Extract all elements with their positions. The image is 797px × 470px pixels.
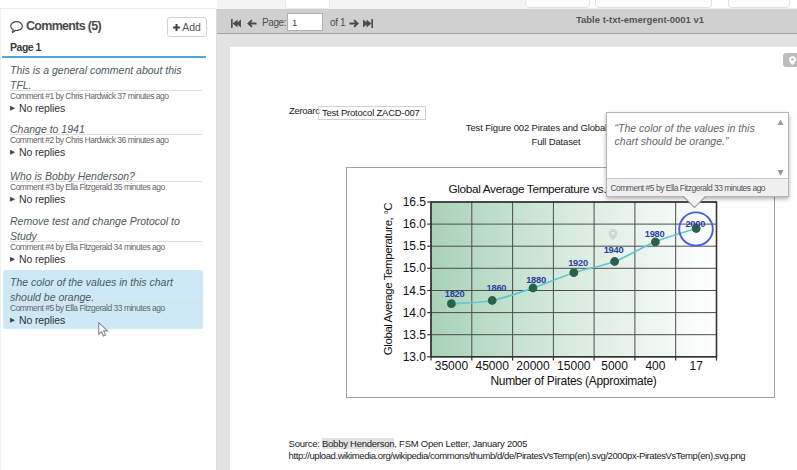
svg-text:Number of Pirates (Approximate: Number of Pirates (Approximate) [490,374,656,388]
svg-text:1940: 1940 [604,245,624,255]
svg-text:Global Average Temperature, °C: Global Average Temperature, °C [382,203,394,355]
svg-text:14.0: 14.0 [403,306,427,320]
svg-text:1880: 1880 [526,275,546,285]
svg-text:13.5: 13.5 [403,328,427,342]
svg-text:16.0: 16.0 [403,217,427,231]
svg-text:1820: 1820 [445,289,465,299]
svg-text:15.0: 15.0 [403,261,427,275]
svg-text:1860: 1860 [487,283,507,293]
svg-text:20000: 20000 [516,359,550,373]
svg-text:45000: 45000 [476,359,510,373]
svg-text:16.5: 16.5 [403,195,427,209]
svg-text:2000: 2000 [685,219,705,229]
svg-text:15000: 15000 [557,359,591,373]
svg-text:13.0: 13.0 [403,350,427,364]
svg-text:17: 17 [690,359,704,373]
svg-text:1920: 1920 [568,258,588,268]
svg-text:14.5: 14.5 [403,284,427,298]
svg-text:400: 400 [645,359,665,373]
svg-text:15.5: 15.5 [403,239,427,253]
svg-text:35000: 35000 [435,359,469,373]
svg-text:1980: 1980 [645,229,665,239]
svg-text:5000: 5000 [601,359,628,373]
